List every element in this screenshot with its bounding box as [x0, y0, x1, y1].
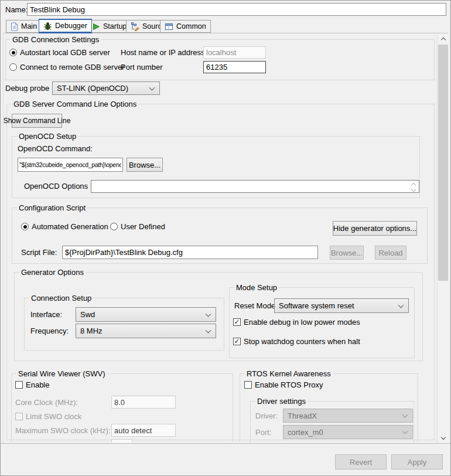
connect-remote-gdb-radio[interactable] — [9, 63, 17, 71]
connect-remote-gdb-label: Connect to remote GDB server — [20, 63, 124, 72]
watchdog-checkbox[interactable] — [233, 338, 241, 345]
core-clock-input — [111, 396, 176, 409]
tab-startup-label: Startup — [103, 22, 127, 30]
script-file-label: Script File: — [21, 248, 57, 257]
frequency-combo[interactable]: 8 MHz — [76, 324, 216, 338]
connection-setup-group: Connection Setup Interface: Swd Frequenc… — [24, 298, 224, 351]
driver-value: ThreadX — [288, 412, 317, 420]
tab-main-label: Main — [21, 22, 37, 30]
footer-separator — [1, 443, 450, 444]
generator-options-group-label: Generator Options — [19, 268, 86, 277]
scroll-down-icon[interactable] — [438, 433, 448, 443]
openocd-setup-group-label: OpenOCD Setup — [17, 132, 78, 141]
scroll-up-icon[interactable] — [438, 34, 448, 44]
tab-debugger-label: Debugger — [55, 22, 87, 30]
bug-icon — [43, 22, 52, 30]
low-power-checkbox[interactable] — [233, 318, 241, 326]
chevron-down-icon — [206, 311, 211, 317]
launch-configuration-dialog: Name: Main Debugger Startup Source — [0, 0, 451, 476]
reset-mode-combo[interactable]: Software system reset — [274, 298, 409, 313]
debug-probe-label: Debug probe — [5, 84, 49, 93]
autostart-gdb-radio[interactable] — [9, 49, 17, 56]
port-number-label: Port number — [121, 63, 163, 72]
tab-common-label: Common — [176, 22, 206, 30]
document-icon — [11, 22, 18, 31]
driver-combo: ThreadX — [283, 409, 413, 423]
hide-generator-options-button[interactable]: Hide generator options... — [333, 221, 417, 236]
user-defined-radio[interactable] — [110, 223, 118, 230]
user-defined-label: User Defined — [121, 222, 165, 231]
driver-settings-group-label: Driver settings — [255, 397, 308, 406]
swv-enable-label: Enable — [26, 380, 49, 389]
clipped-field — [111, 439, 132, 443]
chevron-down-icon — [206, 327, 211, 333]
interface-label: Interface: — [30, 310, 62, 319]
host-label: Host name or IP address — [121, 48, 205, 57]
mode-setup-group-label: Mode Setup — [234, 283, 279, 292]
chevron-down-icon — [149, 84, 155, 90]
tab-startup[interactable]: Startup — [87, 20, 131, 33]
gdb-connection-group: GDB Connection Settings Autostart local … — [5, 39, 435, 80]
script-file-browse-button: Browse... — [330, 246, 364, 260]
openocd-command-input[interactable] — [18, 158, 123, 172]
revert-button: Revert — [335, 454, 387, 470]
automated-generation-radio[interactable] — [21, 223, 29, 230]
tab-main[interactable]: Main — [6, 20, 42, 33]
name-input[interactable] — [27, 3, 446, 16]
openocd-options-input[interactable] — [91, 180, 419, 193]
automated-generation-label: Automated Generation — [32, 222, 108, 231]
debug-probe-combo[interactable]: ST-LINK (OpenOCD) — [52, 81, 160, 95]
script-file-input[interactable] — [62, 246, 318, 259]
apply-button: Apply — [391, 454, 443, 470]
rtos-group: RTOS Kernel Awareness Enable RTOS Proxy … — [240, 373, 418, 442]
limit-swo-checkbox — [15, 413, 23, 420]
low-power-label: Enable debug in low power modes — [244, 318, 360, 327]
limit-swo-label: Limit SWO clock — [26, 412, 81, 421]
play-icon — [92, 22, 100, 31]
source-icon — [131, 22, 139, 31]
rtos-port-combo: cortex_m0 — [283, 425, 413, 439]
rtos-group-label: RTOS Kernel Awareness — [245, 369, 333, 378]
scrollbar-thumb[interactable] — [438, 45, 448, 281]
gdb-server-options-group-label: GDB Server Command Line Options — [12, 100, 138, 108]
core-clock-label: Core Clock (MHz): — [15, 398, 78, 407]
swv-enable-checkbox[interactable] — [15, 381, 23, 389]
show-command-line-button[interactable]: Show Command Line — [12, 114, 62, 128]
interface-combo[interactable]: Swd — [76, 307, 216, 322]
chevron-down-icon — [402, 412, 408, 418]
script-file-reload-button: Reload — [375, 246, 406, 260]
content-left-border — [3, 34, 4, 443]
name-label: Name: — [5, 5, 28, 14]
vertical-scrollbar[interactable] — [438, 34, 448, 443]
reset-mode-label: Reset Mode: — [234, 301, 278, 310]
table-icon — [165, 22, 173, 31]
autostart-gdb-label: Autostart local GDB server — [20, 48, 110, 57]
openocd-command-label: OpenOCD Command: — [18, 144, 93, 153]
swv-group: Serial Wire Viewer (SWV) Enable Core Clo… — [11, 373, 233, 442]
host-input[interactable] — [203, 46, 266, 59]
max-swo-input — [111, 424, 176, 437]
rtos-proxy-checkbox[interactable] — [244, 381, 252, 389]
rtos-port-label: Port: — [255, 428, 271, 437]
interface-value: Swd — [80, 310, 95, 319]
configuration-script-group: Configuration Script Automated Generatio… — [12, 208, 428, 264]
tab-debugger[interactable]: Debugger — [39, 19, 92, 33]
rtos-proxy-label: Enable RTOS Proxy — [255, 380, 323, 389]
openocd-browse-button[interactable]: Browse... — [127, 158, 163, 172]
configuration-script-group-label: Configuration Script — [17, 203, 87, 212]
openocd-options-label: OpenOCD Options : — [24, 182, 92, 191]
connection-setup-group-label: Connection Setup — [29, 294, 93, 302]
reset-mode-value: Software system reset — [279, 301, 354, 310]
mode-setup-group: Mode Setup Reset Mode: Software system r… — [229, 287, 415, 358]
gdb-connection-group-label: GDB Connection Settings — [11, 35, 101, 44]
driver-settings-group: Driver settings Driver: ThreadX Port: co… — [250, 401, 414, 443]
spinner-icon[interactable] — [409, 182, 417, 191]
frequency-value: 8 MHz — [80, 327, 102, 335]
swv-group-label: Serial Wire Viewer (SWV) — [16, 369, 107, 378]
debug-probe-value: ST-LINK (OpenOCD) — [57, 84, 128, 93]
max-swo-label: Maximum SWO clock (kHz): — [15, 426, 111, 435]
port-number-input[interactable] — [203, 61, 266, 73]
chevron-down-icon — [402, 429, 408, 434]
watchdog-label: Stop watchdog counters when halt — [244, 337, 360, 346]
tab-common[interactable]: Common — [160, 20, 211, 33]
